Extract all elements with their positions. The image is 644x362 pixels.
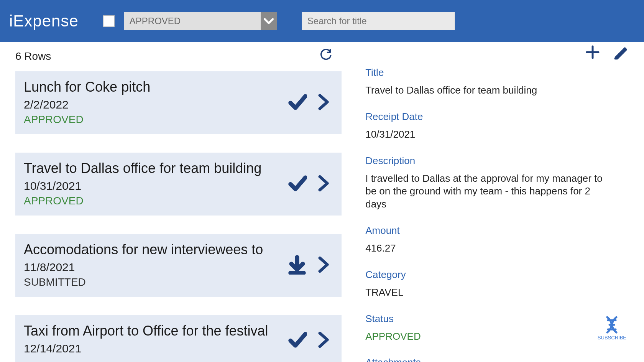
detail-value-receipt-date: 10/31/2021 [365,128,611,141]
expense-title: Accomodations for new interviewees to [24,242,333,258]
expense-list-item[interactable]: Lunch for Coke pitch 2/2/2022 APPROVED [15,71,342,134]
chevron-right-icon[interactable] [313,173,333,195]
detail-label-amount: Amount [365,225,629,237]
expense-detail-panel: Title Travel to Dallas office for team b… [348,42,644,362]
detail-value-amount: 416.27 [365,242,611,255]
expense-list-item[interactable]: Accomodations for new interviewees to 11… [15,234,342,297]
detail-scroll[interactable]: Title Travel to Dallas office for team b… [365,54,632,362]
detail-label-status: Status [365,313,629,325]
chevron-right-icon[interactable] [313,255,333,276]
expense-date: 11/8/2021 [24,261,333,274]
filter-checkbox[interactable] [103,15,115,27]
top-bar: iExpense APPROVED [0,0,644,42]
chevron-right-icon[interactable] [313,330,333,351]
expense-list-scroll[interactable]: Lunch for Coke pitch 2/2/2022 APPROVED [15,71,344,362]
detail-label-attachments: Attachments [365,357,629,362]
subscribe-badge[interactable]: SUBSCRIBE [598,316,626,341]
chevron-down-icon[interactable] [261,12,277,30]
brand-title: iExpense [9,12,79,30]
chevron-right-icon[interactable] [313,92,333,114]
row-count-label: 6 Rows [15,50,51,63]
detail-label-description: Description [365,155,629,167]
refresh-button[interactable] [319,49,332,64]
dna-icon [603,316,621,334]
expense-list-panel: 6 Rows Lunch for Coke pitch 2/2/2022 APP… [0,42,348,362]
expense-list-item[interactable]: Taxi from Airport to Office for the fest… [15,315,342,362]
expense-status: APPROVED [24,195,333,207]
subscribe-label: SUBSCRIBE [598,335,626,341]
expense-status: APPROVED [24,114,333,126]
detail-label-receipt-date: Receipt Date [365,111,629,123]
check-icon [287,330,307,351]
detail-label-title: Title [365,67,629,79]
expense-list-item[interactable]: Travel to Dallas office for team buildin… [15,153,342,216]
status-filter-value: APPROVED [124,16,261,26]
detail-value-category: TRAVEL [365,286,611,299]
expense-title: Travel to Dallas office for team buildin… [24,160,333,176]
detail-value-description: I travelled to Dallas at the approval fo… [365,172,611,211]
download-icon [287,255,307,276]
check-icon [287,92,307,114]
detail-value-status: APPROVED [365,330,611,343]
status-filter-dropdown[interactable]: APPROVED [124,12,277,30]
detail-value-title: Travel to Dallas office for team buildin… [365,84,611,97]
expense-date: 10/31/2021 [24,179,333,193]
expense-date: 2/2/2022 [24,98,333,111]
expense-date: 12/14/2021 [24,342,333,355]
expense-title: Lunch for Coke pitch [24,79,333,95]
title-search-input[interactable] [302,12,455,30]
edit-button[interactable] [613,44,629,61]
expense-status: SUBMITTED [24,276,333,288]
expense-title: Taxi from Airport to Office for the fest… [24,323,333,339]
detail-label-category: Category [365,269,629,281]
check-icon [287,173,307,195]
add-button[interactable] [585,44,600,61]
